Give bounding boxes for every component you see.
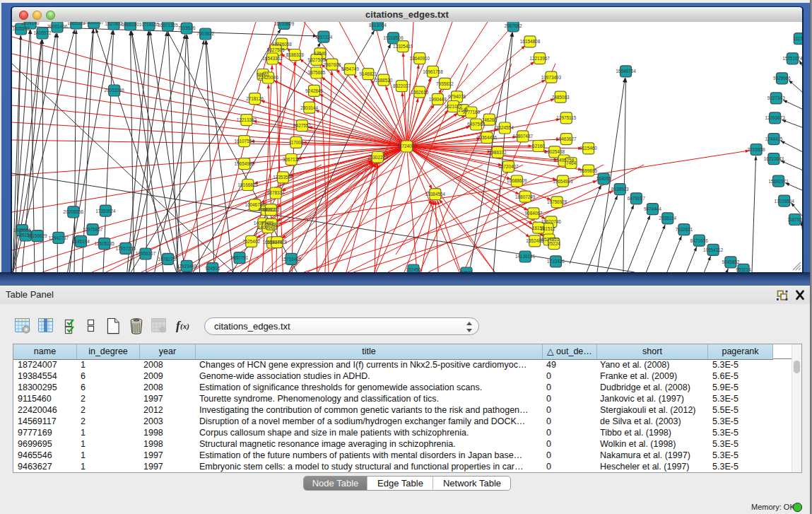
svg-text:10653267: 10653267 (83, 22, 104, 25)
svg-text:1065328: 1065328 (67, 22, 85, 25)
svg-text:11173: 11173 (794, 36, 802, 41)
svg-text:1405572: 1405572 (34, 30, 52, 35)
svg-text:1588520: 1588520 (375, 78, 392, 83)
svg-text:20091406: 20091406 (47, 24, 68, 29)
svg-text:1527602: 1527602 (105, 22, 123, 26)
svg-text:1145194: 1145194 (72, 239, 90, 244)
svg-text:8938923: 8938923 (611, 187, 629, 192)
svg-text:97531: 97531 (460, 270, 473, 272)
svg-text:7485063: 7485063 (552, 95, 570, 100)
svg-text:12093873: 12093873 (765, 115, 785, 120)
svg-text:16648784: 16648784 (616, 69, 636, 74)
svg-text:15692971: 15692971 (768, 179, 789, 184)
svg-text:1990448: 1990448 (429, 97, 447, 102)
svg-text:10975857: 10975857 (83, 227, 103, 232)
svg-text:9699695: 9699695 (579, 168, 597, 173)
svg-text:7464: 7464 (566, 160, 577, 165)
svg-text:15720407: 15720407 (498, 164, 519, 169)
svg-text:116753: 116753 (787, 217, 802, 222)
svg-text:19756928: 19756928 (547, 199, 567, 204)
svg-text:16961758: 16961758 (423, 69, 443, 74)
svg-text:10719155: 10719155 (139, 22, 160, 27)
svg-text:1485061: 1485061 (13, 228, 31, 233)
svg-text:16914479: 16914479 (267, 240, 288, 245)
svg-text:7632621: 7632621 (675, 227, 693, 232)
svg-text:6479197: 6479197 (628, 196, 645, 201)
svg-text:20364436: 20364436 (477, 135, 498, 140)
svg-text:164095: 164095 (596, 176, 611, 181)
svg-text:10973493: 10973493 (541, 75, 562, 80)
svg-text:3875685: 3875685 (307, 70, 325, 75)
svg-text:16671355: 16671355 (158, 23, 178, 28)
svg-text:7663822: 7663822 (196, 31, 214, 36)
svg-text:8471676: 8471676 (690, 238, 708, 243)
svg-text:9948: 9948 (266, 222, 277, 227)
svg-text:3215958: 3215958 (748, 147, 765, 152)
svg-text:12975115: 12975115 (556, 115, 576, 120)
svg-text:2087682: 2087682 (505, 23, 522, 28)
svg-text:18807249: 18807249 (515, 194, 536, 199)
svg-text:7986372: 7986372 (489, 150, 507, 155)
svg-text:19463627: 19463627 (556, 136, 577, 141)
svg-text:1362615: 1362615 (411, 90, 428, 95)
svg-text:1405572: 1405572 (12, 26, 30, 31)
svg-text:9474444: 9474444 (644, 206, 661, 211)
svg-text:9329966: 9329966 (773, 76, 791, 81)
svg-text:132456: 132456 (406, 267, 421, 272)
svg-text:10025438: 10025438 (545, 149, 565, 154)
svg-text:4498222: 4498222 (262, 207, 280, 212)
svg-text:2935114: 2935114 (659, 216, 677, 221)
svg-text:7857224: 7857224 (315, 35, 333, 40)
svg-text:16033809: 16033809 (274, 22, 295, 26)
svg-text:16782759: 16782759 (158, 257, 178, 262)
svg-text:62160: 62160 (532, 144, 545, 148)
svg-text:12505135: 12505135 (94, 241, 114, 246)
svg-text:12213382: 12213382 (237, 117, 257, 122)
svg-text:2718126: 2718126 (246, 96, 264, 101)
svg-text:20053346: 20053346 (104, 88, 124, 93)
svg-text:18724007: 18724007 (396, 144, 417, 148)
svg-text:9242848: 9242848 (305, 88, 323, 93)
svg-text:13325419: 13325419 (393, 44, 413, 49)
svg-text:7625402: 7625402 (242, 239, 260, 244)
svg-text:8813054: 8813054 (369, 23, 387, 28)
svg-text:9777169: 9777169 (462, 110, 480, 115)
svg-text:15751074: 15751074 (782, 56, 802, 61)
svg-text:9245652: 9245652 (722, 259, 739, 264)
svg-text:2867608: 2867608 (323, 62, 341, 67)
svg-text:12213967: 12213967 (529, 56, 550, 61)
svg-text:1552485: 1552485 (526, 238, 543, 243)
svg-text:18640910: 18640910 (410, 56, 430, 61)
svg-text:9084067: 9084067 (525, 211, 543, 216)
svg-text:2009140: 2009140 (22, 22, 40, 25)
svg-text:16155: 16155 (532, 226, 545, 230)
svg-text:13226058: 13226058 (271, 42, 292, 47)
svg-text:10807487: 10807487 (513, 134, 534, 139)
svg-text:16543362: 16543362 (262, 56, 283, 61)
svg-text:16210643: 16210643 (764, 156, 784, 161)
svg-text:2803144: 2803144 (300, 105, 318, 110)
svg-text:17016504: 17016504 (774, 199, 794, 204)
svg-text:746266: 746266 (482, 117, 498, 122)
svg-text:19654985: 19654985 (234, 161, 254, 166)
svg-text:10958107: 10958107 (136, 251, 156, 256)
svg-text:19384554: 19384554 (425, 192, 446, 197)
svg-text:10654112: 10654112 (703, 247, 723, 252)
svg-text:19654923: 19654923 (553, 179, 573, 184)
svg-text:16154808: 16154808 (520, 39, 541, 44)
svg-text:9227343: 9227343 (767, 95, 785, 100)
svg-text:13353594: 13353594 (273, 175, 293, 180)
svg-text:10688609: 10688609 (507, 178, 527, 183)
svg-text:1244415: 1244415 (765, 136, 783, 141)
svg-text:(x): (x) (180, 322, 189, 331)
svg-text:25224: 25224 (548, 241, 560, 246)
svg-text:17359924: 17359924 (95, 209, 116, 214)
svg-text:15716485: 15716485 (281, 257, 302, 262)
svg-text:953214: 953214 (736, 267, 751, 272)
svg-text:11620746: 11620746 (541, 219, 561, 224)
svg-text:22420046: 22420046 (258, 75, 278, 80)
svg-text:8427552: 8427552 (293, 123, 311, 128)
svg-text:9327505: 9327505 (267, 47, 285, 52)
svg-text:12923448: 12923448 (177, 264, 197, 269)
svg-text:8322037: 8322037 (393, 83, 411, 88)
